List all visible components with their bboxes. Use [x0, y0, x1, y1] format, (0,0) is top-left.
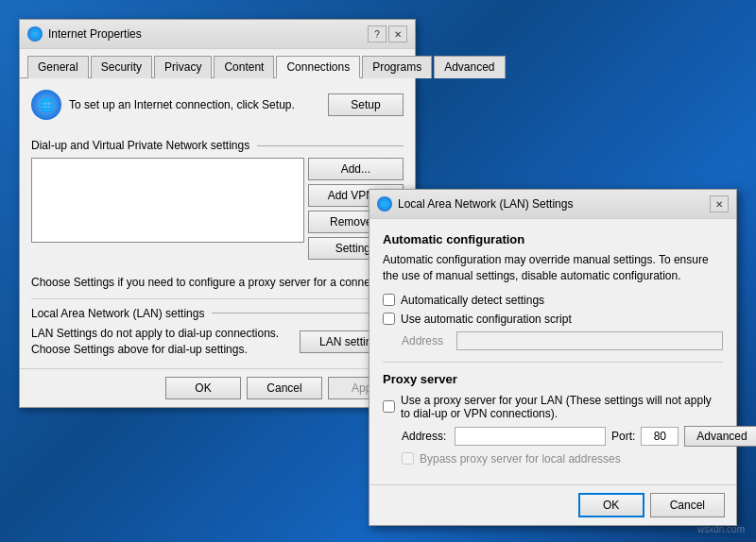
lan-dialog-title: Local Area Network (LAN) Settings — [398, 197, 573, 211]
port-input[interactable]: 80 — [641, 427, 679, 446]
address-label: Address — [402, 334, 449, 347]
tab-programs[interactable]: Programs — [362, 56, 432, 78]
auto-detect-label[interactable]: Automatically detect settings — [401, 294, 544, 307]
lan-label: Local Area Network (LAN) settings — [31, 307, 404, 320]
lan-title-bar: 🌐 Local Area Network (LAN) Settings ✕ — [369, 190, 736, 219]
lan-desc: LAN Settings do not apply to dial-up con… — [31, 326, 300, 358]
auto-script-row: Use automatic configuration script — [383, 313, 723, 326]
setup-text: To set up an Internet connection, click … — [69, 98, 295, 111]
address-input[interactable] — [456, 331, 723, 350]
dialog-content: 🌐 To set up an Internet connection, clic… — [20, 78, 415, 368]
setup-button[interactable]: Setup — [328, 93, 404, 116]
close-button[interactable]: ✕ — [388, 25, 407, 42]
title-bar: 🌐 Internet Properties ? ✕ — [20, 20, 415, 49]
lan-section: Local Area Network (LAN) settings LAN Se… — [31, 298, 404, 358]
auto-config-section: Automatic configuration Automatic config… — [383, 232, 723, 350]
tab-security[interactable]: Security — [91, 56, 152, 78]
proxy-section: Choose Settings if you need to configure… — [31, 275, 404, 291]
dialup-section: Dial-up and Virtual Private Network sett… — [31, 139, 404, 260]
proxy-server-desc[interactable]: Use a proxy server for your LAN (These s… — [401, 394, 723, 420]
lan-settings-dialog: 🌐 Local Area Network (LAN) Settings ✕ Au… — [369, 189, 737, 526]
tab-general[interactable]: General — [27, 56, 89, 78]
lan-ok-button[interactable]: OK — [578, 493, 644, 517]
proxy-server-title: Proxy server — [383, 372, 723, 386]
auto-script-checkbox[interactable] — [383, 313, 395, 325]
tab-bar: General Security Privacy Content Connect… — [20, 49, 415, 78]
auto-config-desc: Automatic configuration may override man… — [383, 252, 723, 284]
bypass-checkbox[interactable] — [402, 452, 414, 465]
use-proxy-checkbox[interactable] — [383, 400, 395, 413]
dialog-icon: 🌐 — [27, 26, 43, 42]
watermark: wsxdn.com — [697, 524, 745, 534]
address-row: Address — [383, 331, 723, 350]
auto-detect-row: Automatically detect settings — [383, 294, 723, 307]
dialup-listbox[interactable] — [31, 158, 304, 243]
proxy-addr-label: Address: — [402, 430, 449, 443]
tab-connections[interactable]: Connections — [276, 56, 360, 78]
lan-dialog-content: Automatic configuration Automatic config… — [369, 219, 736, 484]
tab-advanced[interactable]: Advanced — [434, 56, 505, 78]
lan-dialog-icon: 🌐 — [377, 196, 392, 212]
lan-dialog-footer: OK Cancel — [369, 484, 736, 525]
tab-content[interactable]: Content — [214, 56, 274, 78]
add-button[interactable]: Add... — [308, 158, 404, 180]
tab-privacy[interactable]: Privacy — [154, 56, 212, 78]
lan-cancel-button[interactable]: Cancel — [650, 493, 725, 517]
auto-script-label[interactable]: Use automatic configuration script — [401, 313, 572, 326]
ok-button[interactable]: OK — [165, 377, 241, 399]
port-label: Port: — [611, 430, 635, 443]
globe-icon: 🌐 — [31, 90, 61, 120]
proxy-server-section: Proxy server Use a proxy server for your… — [383, 362, 723, 466]
help-button[interactable]: ? — [368, 25, 387, 42]
proxy-desc: Choose Settings if you need to configure… — [31, 276, 398, 289]
bypass-label[interactable]: Bypass proxy server for local addresses — [420, 452, 621, 466]
proxy-addr-row: Address: Port: 80 Advanced — [383, 426, 723, 447]
setup-row: 🌐 To set up an Internet connection, clic… — [31, 90, 404, 127]
auto-detect-checkbox[interactable] — [383, 294, 395, 306]
lan-close-button[interactable]: ✕ — [710, 195, 729, 212]
advanced-button[interactable]: Advanced — [684, 426, 756, 447]
internet-properties-dialog: 🌐 Internet Properties ? ✕ General Securi… — [19, 19, 416, 408]
bypass-row: Bypass proxy server for local addresses — [383, 452, 723, 466]
use-proxy-row: Use a proxy server for your LAN (These s… — [383, 394, 723, 420]
auto-config-title: Automatic configuration — [383, 232, 723, 246]
dialup-label: Dial-up and Virtual Private Network sett… — [31, 139, 404, 152]
proxy-address-input[interactable] — [455, 427, 606, 446]
cancel-button[interactable]: Cancel — [247, 377, 322, 399]
dialog-footer: OK Cancel Apply — [20, 368, 415, 407]
dialog-title: Internet Properties — [48, 27, 142, 41]
